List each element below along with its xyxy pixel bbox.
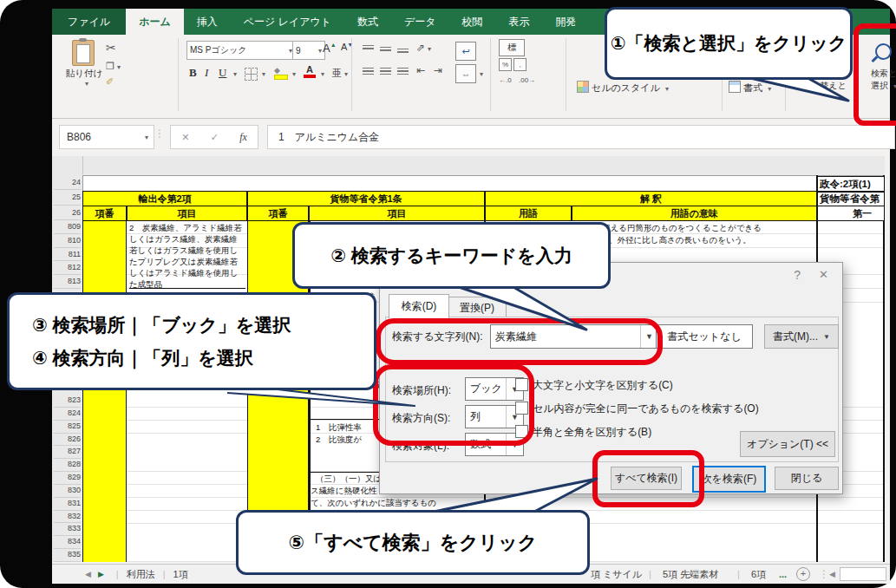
tab-page-layout[interactable]: ページ レイアウト bbox=[231, 9, 344, 35]
row-number[interactable]: 24 bbox=[54, 175, 81, 190]
cut-icon[interactable]: ✂ bbox=[106, 40, 116, 56]
tab-home[interactable]: ホーム bbox=[126, 9, 184, 35]
paste-button[interactable]: 貼り付け ▾ bbox=[68, 40, 97, 88]
tab-developer[interactable]: 開発 bbox=[543, 9, 590, 35]
font-color-caret[interactable]: ▾ bbox=[321, 70, 324, 78]
row-number[interactable]: 835 bbox=[54, 549, 81, 562]
find-next-button[interactable]: 次を検索(F) bbox=[692, 466, 766, 493]
row-number[interactable]: 830 bbox=[54, 485, 81, 498]
sort-filter-label-partial[interactable]: べ替えと bbox=[811, 80, 847, 92]
increase-decimal-icon[interactable]: ←.0 bbox=[499, 76, 512, 84]
cell-r26-c[interactable]: 項番 bbox=[247, 206, 309, 221]
borders-caret[interactable]: ▾ bbox=[262, 70, 265, 78]
align-left-icon[interactable] bbox=[363, 68, 374, 75]
bold-button[interactable]: B bbox=[189, 66, 197, 80]
align-top-icon[interactable] bbox=[363, 45, 374, 53]
row-number[interactable]: 834 bbox=[54, 536, 81, 549]
tab-data[interactable]: データ bbox=[391, 9, 449, 35]
cancel-icon[interactable]: ✕ bbox=[181, 132, 189, 143]
format-dropdown-button[interactable]: 書式(M)...▼ bbox=[764, 324, 839, 349]
merge-center-icon[interactable]: ⇔ bbox=[455, 64, 476, 83]
row-number[interactable]: 25 bbox=[54, 190, 81, 205]
dialog-close-icon[interactable]: ✕ bbox=[819, 268, 828, 281]
formula-input[interactable]: 1 アルミニウム合金 bbox=[267, 125, 895, 149]
add-sheet-icon[interactable]: + bbox=[796, 567, 810, 581]
underline-caret[interactable]: ▾ bbox=[233, 70, 237, 78]
fx-icon[interactable]: fx bbox=[239, 131, 247, 144]
sheet-tab-overflow[interactable]: ... bbox=[779, 569, 787, 579]
comma-icon[interactable]: , bbox=[513, 58, 526, 71]
tab-view[interactable]: 表示 bbox=[496, 9, 543, 35]
align-center-icon[interactable] bbox=[380, 68, 391, 75]
cell-d831-text[interactable]: て、次のいずれかに該当するもの bbox=[311, 498, 436, 509]
italic-button[interactable]: I bbox=[205, 66, 208, 80]
find-all-button[interactable]: すべて検索(I) bbox=[611, 467, 682, 490]
font-name-combo[interactable]: MS Pゴシック▾ bbox=[186, 41, 296, 60]
fill-color-caret[interactable]: ▾ bbox=[292, 70, 296, 78]
cell-d826-text[interactable]: 2 比強度が bbox=[316, 434, 362, 446]
tab-review[interactable]: 校閲 bbox=[449, 9, 496, 35]
cell-b809-text[interactable]: 2 炭素繊維、アラミド繊維若しくはガラス繊維、炭素繊維若しくはガラス繊維を使用し… bbox=[129, 222, 245, 289]
copy-icon[interactable]: ❐▾ bbox=[106, 57, 121, 73]
row-number[interactable]: 812 bbox=[54, 261, 81, 275]
cell-h26[interactable]: 第一 bbox=[817, 206, 885, 221]
wrap-text-icon[interactable]: ↩ bbox=[455, 42, 476, 61]
sheet-tab-missile[interactable]: 項 ミサイル bbox=[583, 568, 650, 581]
row-number[interactable]: 813 bbox=[54, 275, 81, 289]
align-middle-icon[interactable] bbox=[380, 47, 391, 55]
row-number[interactable]: 26 bbox=[54, 206, 81, 220]
cell-r26-fg[interactable]: 用語の意味 bbox=[572, 206, 817, 221]
row-number[interactable]: 810 bbox=[54, 234, 81, 248]
format-painter-icon[interactable]: ✐ bbox=[106, 73, 114, 88]
font-color-icon[interactable]: A bbox=[304, 65, 316, 78]
row-number[interactable]: 825 bbox=[54, 421, 81, 434]
underline-button[interactable]: U bbox=[219, 66, 226, 80]
row-number[interactable]: 833 bbox=[54, 523, 81, 536]
row-number[interactable]: 811 bbox=[54, 248, 81, 262]
cell-r26-a[interactable]: 項番 bbox=[82, 206, 127, 221]
sheet-tab-6kou[interactable]: 6項 bbox=[743, 568, 774, 581]
merge-caret[interactable]: ▾ bbox=[480, 70, 483, 78]
entire-cell-checkbox[interactable] bbox=[515, 402, 528, 415]
byte-width-checkbox[interactable] bbox=[515, 425, 528, 438]
find-what-combo[interactable]: 炭素繊維▼ bbox=[490, 324, 658, 349]
match-case-checkbox[interactable] bbox=[515, 378, 528, 391]
tab-formulas[interactable]: 数式 bbox=[344, 9, 391, 35]
sheet-tab-riyouhou[interactable]: 利用法 bbox=[119, 568, 163, 581]
row-number[interactable]: 824 bbox=[54, 408, 81, 421]
row-number[interactable]: 832 bbox=[54, 511, 81, 524]
align-bottom-icon[interactable] bbox=[397, 49, 409, 56]
sheet-tab-sentan-sozai[interactable]: 5項 先端素材 bbox=[655, 568, 726, 581]
cell-r26-b[interactable]: 項目 bbox=[127, 206, 247, 221]
tab-file[interactable]: ファイル bbox=[52, 9, 126, 35]
hscroll-track[interactable] bbox=[840, 567, 886, 581]
find-select-button[interactable]: 検索と 選択 ▾ bbox=[868, 43, 896, 92]
cell-r26-e[interactable]: 用語 bbox=[485, 206, 572, 221]
cell-h25[interactable]: 貨物等省令第 bbox=[817, 192, 885, 206]
align-right-icon[interactable] bbox=[397, 68, 409, 75]
row-number[interactable]: 829 bbox=[54, 472, 81, 485]
phonetic-guide-icon[interactable]: 亜▾ bbox=[332, 67, 348, 80]
cell-r25-eg[interactable]: 解 釈 bbox=[485, 191, 817, 206]
currency-icon[interactable]: % bbox=[499, 58, 512, 71]
row-number[interactable]: 826 bbox=[54, 434, 81, 447]
format-button[interactable]: 書式 ▾ bbox=[729, 81, 771, 95]
number-format-combo[interactable]: 標 bbox=[499, 39, 525, 56]
select-all-corner[interactable] bbox=[52, 156, 83, 174]
cell-r26-d[interactable]: 項目 bbox=[309, 206, 485, 221]
borders-icon[interactable] bbox=[245, 68, 258, 81]
sheet-tab-1kou[interactable]: 1項 bbox=[166, 568, 196, 581]
orientation-icon[interactable]: ⇗▾ bbox=[416, 42, 431, 54]
row-number[interactable]: 823 bbox=[54, 395, 81, 408]
close-button[interactable]: 閉じる bbox=[775, 467, 839, 490]
dialog-tab-find[interactable]: 検索(D) bbox=[389, 294, 449, 319]
dialog-help-icon[interactable]: ? bbox=[794, 268, 801, 282]
decrease-decimal-icon[interactable]: .00→ bbox=[519, 76, 535, 84]
name-box[interactable]: B806▾ bbox=[59, 125, 154, 149]
options-button[interactable]: オプション(T) << bbox=[740, 431, 835, 457]
row-number[interactable]: 831 bbox=[54, 498, 81, 511]
cell-d829-text[interactable]: （三）（一）又は bbox=[316, 474, 382, 485]
cell-r25-cd[interactable]: 貨物等省令第1条 bbox=[247, 191, 485, 206]
tab-insert[interactable]: 挿入 bbox=[184, 9, 231, 35]
row-number[interactable]: 827 bbox=[54, 446, 81, 459]
